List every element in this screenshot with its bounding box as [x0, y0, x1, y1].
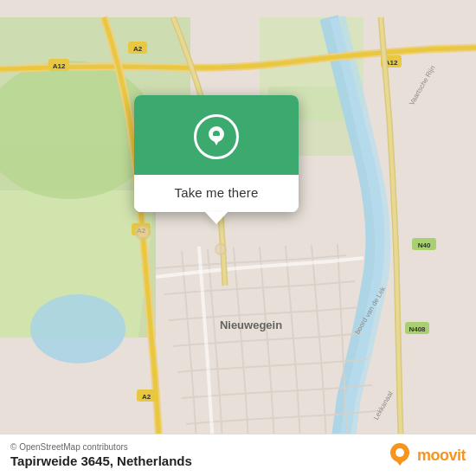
svg-text:A2: A2: [142, 393, 151, 401]
svg-marker-33: [395, 459, 405, 466]
attribution-text: © OpenStreetMap contributors: [10, 442, 192, 452]
location-pin-icon: [203, 124, 229, 150]
location-popup: Take me there: [134, 95, 299, 212]
bottom-info-bar: © OpenStreetMap contributors Tapirweide …: [0, 434, 476, 476]
bottom-left-info: © OpenStreetMap contributors Tapirweide …: [10, 442, 192, 468]
svg-text:Nieuwegein: Nieuwegein: [220, 318, 282, 331]
popup-button-area[interactable]: Take me there: [134, 175, 299, 212]
svg-text:N40: N40: [418, 241, 431, 249]
moovit-logo: moovit: [386, 441, 466, 469]
svg-point-32: [396, 448, 404, 457]
svg-point-7: [30, 294, 125, 363]
svg-point-26: [136, 225, 150, 239]
map-container: A2 A12 A12 A2 A2 N408 N40: [0, 0, 476, 476]
svg-text:A12: A12: [53, 62, 66, 70]
address-text: Tapirweide 3645, Netherlands: [10, 453, 192, 468]
popup-header: [134, 95, 299, 175]
map-background: A2 A12 A12 A2 A2 N408 N40: [0, 0, 476, 476]
location-icon-circle: [194, 114, 239, 159]
moovit-icon: [386, 441, 414, 469]
moovit-brand-text: moovit: [417, 447, 466, 465]
svg-text:A2: A2: [133, 45, 143, 53]
take-me-there-button[interactable]: Take me there: [175, 185, 259, 200]
svg-text:N408: N408: [408, 325, 426, 333]
svg-point-27: [215, 244, 226, 254]
